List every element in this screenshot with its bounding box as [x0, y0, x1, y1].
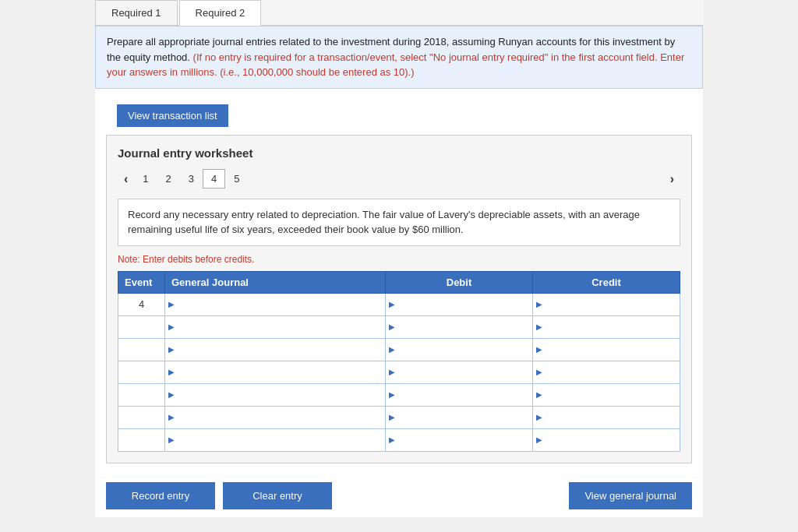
debit-cell-5[interactable] — [386, 383, 533, 406]
table-row — [118, 338, 680, 361]
page-2[interactable]: 2 — [157, 169, 180, 188]
instruction-box: Prepare all appropriate journal entries … — [95, 26, 703, 89]
instruction-red: (If no entry is required for a transacti… — [107, 51, 684, 79]
journal-input-7[interactable] — [178, 429, 385, 451]
credit-input-6[interactable] — [546, 407, 680, 428]
credit-cell-7[interactable] — [533, 428, 680, 451]
table-row — [118, 315, 680, 338]
credit-cell-2[interactable] — [533, 315, 680, 338]
event-cell-7 — [118, 428, 165, 451]
page-3[interactable]: 3 — [180, 169, 203, 188]
table-row — [118, 383, 680, 406]
journal-cell-3[interactable] — [165, 338, 386, 361]
debit-input-6[interactable] — [398, 407, 532, 428]
debit-cell-4[interactable] — [386, 361, 533, 383]
debit-cell-3[interactable] — [386, 338, 533, 361]
table-row — [118, 406, 680, 428]
credit-input-7[interactable] — [546, 429, 680, 451]
table-row — [118, 428, 680, 451]
next-page-arrow[interactable]: › — [664, 169, 680, 189]
debit-cell-2[interactable] — [386, 315, 533, 338]
record-entry-button[interactable]: Record entry — [106, 482, 215, 509]
event-cell-6 — [118, 406, 165, 428]
credit-input-3[interactable] — [546, 339, 680, 361]
event-cell-2 — [118, 315, 165, 338]
event-cell-4 — [118, 361, 165, 383]
credit-cell-1[interactable] — [533, 293, 680, 315]
journal-input-1[interactable] — [178, 294, 385, 315]
debit-input-3[interactable] — [398, 339, 532, 361]
journal-cell-5[interactable] — [165, 383, 386, 406]
pagination: ‹ 1 2 3 4 5 › — [118, 169, 680, 189]
prev-page-arrow[interactable]: ‹ — [118, 169, 134, 189]
table-row: 4 — [118, 293, 680, 315]
col-event: Event — [118, 271, 165, 293]
event-cell-5 — [118, 383, 165, 406]
debit-input-5[interactable] — [398, 384, 532, 406]
worksheet-title: Journal entry worksheet — [118, 146, 680, 160]
debit-input-1[interactable] — [398, 294, 532, 315]
page-1[interactable]: 1 — [134, 169, 157, 188]
credit-cell-4[interactable] — [533, 361, 680, 383]
credit-input-4[interactable] — [546, 361, 680, 383]
tabs-container: Required 1 Required 2 — [95, 0, 703, 26]
journal-input-6[interactable] — [178, 407, 385, 428]
credit-cell-3[interactable] — [533, 338, 680, 361]
tab-required2[interactable]: Required 2 — [179, 0, 262, 26]
journal-input-2[interactable] — [178, 316, 385, 338]
journal-cell-4[interactable] — [165, 361, 386, 383]
credit-cell-5[interactable] — [533, 383, 680, 406]
debit-input-2[interactable] — [398, 316, 532, 338]
debit-cell-1[interactable] — [386, 293, 533, 315]
event-cell-1: 4 — [118, 293, 165, 315]
credit-input-2[interactable] — [546, 316, 680, 338]
note-text: Note: Enter debits before credits. — [118, 254, 680, 265]
credit-input-1[interactable] — [546, 294, 680, 315]
journal-input-4[interactable] — [178, 361, 385, 383]
view-transaction-button[interactable]: View transaction list — [117, 104, 228, 127]
col-general-journal: General Journal — [165, 271, 386, 293]
col-credit: Credit — [533, 271, 680, 293]
page-4[interactable]: 4 — [203, 169, 225, 188]
clear-entry-button[interactable]: Clear entry — [223, 482, 332, 509]
col-debit: Debit — [386, 271, 533, 293]
description-box: Record any necessary entry related to de… — [118, 199, 680, 246]
journal-cell-6[interactable] — [165, 406, 386, 428]
journal-cell-2[interactable] — [165, 315, 386, 338]
main-container: Required 1 Required 2 Prepare all approp… — [95, 0, 703, 517]
journal-table: Event General Journal Debit Credit 4 — [118, 271, 680, 452]
bottom-buttons: Record entry Clear entry View general jo… — [95, 474, 703, 517]
view-general-journal-button[interactable]: View general journal — [569, 482, 692, 509]
journal-input-3[interactable] — [178, 339, 385, 361]
debit-input-4[interactable] — [398, 361, 532, 383]
credit-input-5[interactable] — [546, 384, 680, 406]
debit-input-7[interactable] — [398, 429, 532, 451]
journal-cell-1[interactable] — [165, 293, 386, 315]
credit-cell-6[interactable] — [533, 406, 680, 428]
page-5[interactable]: 5 — [225, 169, 248, 188]
table-row — [118, 361, 680, 383]
journal-input-5[interactable] — [178, 384, 385, 406]
journal-cell-7[interactable] — [165, 428, 386, 451]
debit-cell-6[interactable] — [386, 406, 533, 428]
tab-required1[interactable]: Required 1 — [95, 0, 178, 25]
event-cell-3 — [118, 338, 165, 361]
debit-cell-7[interactable] — [386, 428, 533, 451]
worksheet-container: Journal entry worksheet ‹ 1 2 3 4 5 › Re… — [106, 135, 692, 463]
